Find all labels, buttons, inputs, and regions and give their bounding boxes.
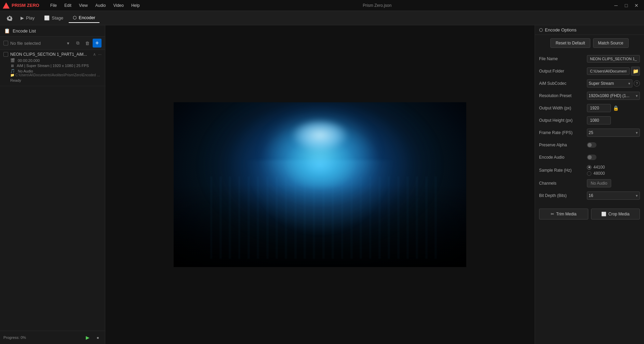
lock-icon[interactable]: 🔒 [612, 105, 619, 111]
file-name-input[interactable] [587, 55, 640, 63]
app-logo: PRISM ZERO [3, 2, 39, 9]
audio-icon: 🎵 [10, 69, 15, 73]
frame-rate-row: Frame Rate (FPS) 25 24 30 50 60 [539, 128, 640, 137]
menu-edit[interactable]: Edit [61, 2, 75, 9]
settings-grid: File Name Output Folder 📁 AiM SubCodec [535, 51, 644, 203]
dropdown-btn[interactable]: ▾ [64, 39, 72, 47]
bit-depth-select[interactable]: 16 8 24 32 [587, 191, 640, 200]
copy-btn[interactable]: ⧉ [73, 39, 82, 47]
stage-label: Stage [52, 15, 63, 21]
menu-video[interactable]: Video [110, 2, 127, 9]
menu-view[interactable]: View [76, 2, 91, 9]
file-name: NEON CLIPS_SECTION 1_PART1_AiM... [10, 52, 91, 57]
menu-audio[interactable]: Audio [92, 2, 109, 9]
output-height-row: Output Height (px) [539, 116, 640, 125]
reset-default-button[interactable]: Reset to Default [550, 38, 590, 48]
no-audio-badge: No Audio [587, 179, 611, 187]
output-width-value: 🔒 [587, 104, 640, 112]
file-collapse-icon[interactable]: ∧ [93, 52, 96, 57]
stream-row: 🖥 AiM | Super Stream | 1920 x 1080 | 25 … [10, 64, 102, 68]
path-text: C:\Users\Ai\Documents\Avolites\Prism\Zer… [15, 73, 102, 77]
video-area [105, 25, 535, 344]
delete-btn[interactable]: 🗑 [83, 39, 91, 47]
trim-media-button[interactable]: ✂ Trim Media [539, 209, 588, 220]
sample-rate-48000-radio[interactable] [587, 171, 591, 176]
output-folder-input[interactable] [587, 67, 630, 75]
audio-row: 🎵 No Audio [10, 69, 102, 73]
frame-rate-select[interactable]: 25 24 30 50 60 [587, 129, 640, 137]
left-panel: 📋 Encode List No file selected ▾ ⧉ 🗑 + N… [0, 25, 105, 344]
encoder-tab[interactable]: ⬡ Encoder [69, 13, 99, 23]
file-checkbox[interactable] [3, 52, 8, 57]
sample-rate-value: 44100 48000 [587, 165, 640, 176]
output-width-input[interactable] [587, 104, 611, 112]
aim-subcodec-value: Super Stream ? [587, 79, 640, 88]
duration-row: 🎬 00:00:20.000 [10, 58, 102, 63]
play-icon: ▶ [21, 15, 24, 21]
sample-rate-44100-radio[interactable] [587, 165, 591, 170]
crop-label: Crop Media [608, 212, 630, 216]
frame-rate-value: 25 24 30 50 60 [587, 129, 640, 137]
ready-status: Ready [3, 77, 102, 84]
encode-audio-switch[interactable] [587, 155, 596, 160]
stop-encode-button[interactable]: ■ [94, 334, 102, 341]
titlebar: PRISM ZERO File Edit View Audio Video He… [0, 0, 644, 11]
panel-action-btns: Reset to Default Match Source [535, 35, 644, 51]
duration-icon: 🎬 [10, 58, 15, 63]
channels-value: No Audio [587, 179, 640, 187]
play-encode-button[interactable]: ▶ [84, 334, 91, 341]
sample-rate-row: Sample Rate (Hz) 44100 48000 [539, 165, 640, 176]
progress-area: Progress: 0% ▶ ■ [0, 331, 105, 344]
menu-help[interactable]: Help [128, 2, 143, 9]
file-name-row: File Name [539, 54, 640, 64]
bit-depth-value: 16 8 24 32 [587, 191, 640, 200]
resolution-preset-select[interactable]: 1920x1080 (FHD) (1... [587, 92, 640, 100]
file-meta: 🎬 00:00:20.000 🖥 AiM | Super Stream | 19… [3, 58, 102, 73]
video-icon: 🖥 [10, 64, 14, 68]
trim-label: Trim Media [556, 212, 577, 216]
file-item[interactable]: NEON CLIPS_SECTION 1_PART1_AiM... ∧ ··· … [0, 50, 105, 86]
resolution-preset-value: 1920x1080 (FHD) (1... [587, 92, 640, 100]
output-height-input[interactable] [587, 116, 611, 124]
progress-text: Progress: 0% [3, 335, 26, 340]
file-item-header: NEON CLIPS_SECTION 1_PART1_AiM... ∧ ··· [3, 52, 102, 57]
sample-rate-label: Sample Rate (Hz) [539, 168, 587, 173]
file-path: 📁 C:\Users\Ai\Documents\Avolites\Prism\Z… [3, 73, 102, 77]
match-source-button[interactable]: Match Source [593, 38, 629, 48]
browse-folder-button[interactable]: 📁 [631, 67, 640, 76]
no-file-label: No file selected [10, 41, 41, 46]
channels-label: Channels [539, 181, 587, 186]
encoder-icon: ⬡ [73, 15, 77, 20]
play-tab[interactable]: ▶ Play [16, 13, 39, 23]
settings-button[interactable] [4, 13, 15, 24]
channels-row: Channels No Audio [539, 178, 640, 188]
output-folder-row: Output Folder 📁 [539, 66, 640, 76]
minimize-button[interactable]: ─ [611, 2, 621, 9]
toolbar: ▶ Play ⬜ Stage ⬡ Encoder [0, 11, 644, 25]
right-panel-header: ⬡ Encode Options [535, 25, 644, 35]
crop-media-button[interactable]: ⬜ Crop Media [591, 209, 640, 220]
resolution-preset-label: Resolution Preset [539, 93, 587, 98]
stage-tab[interactable]: ⬜ Stage [40, 13, 67, 23]
close-button[interactable]: ✕ [632, 2, 641, 9]
select-all-checkbox[interactable] [3, 41, 8, 45]
output-width-row: Output Width (px) 🔒 [539, 103, 640, 113]
stream-info: AiM | Super Stream | 1920 x 1080 | 25 FP… [17, 64, 89, 68]
panel-title: Encode List [13, 28, 101, 34]
preserve-alpha-switch[interactable] [587, 142, 596, 148]
bit-depth-label: Bit Depth (Bits) [539, 193, 587, 198]
encode-list-header-left: No file selected [3, 41, 41, 46]
maximize-button[interactable]: □ [621, 2, 631, 9]
trim-icon: ✂ [551, 212, 554, 216]
file-more-icon[interactable]: ··· [98, 52, 102, 57]
output-height-value [587, 116, 640, 124]
stage-icon: ⬜ [44, 15, 50, 21]
aim-subcodec-select[interactable]: Super Stream [587, 79, 632, 88]
window-controls: ─ □ ✕ [611, 2, 641, 9]
subcodec-help-icon[interactable]: ? [634, 80, 640, 87]
preserve-alpha-label: Preserve Alpha [539, 143, 587, 147]
add-btn[interactable]: + [93, 39, 102, 48]
menu-file[interactable]: File [47, 2, 60, 9]
encode-options-label: ⬡ Encode Options [539, 27, 577, 32]
logo-icon [3, 2, 10, 9]
